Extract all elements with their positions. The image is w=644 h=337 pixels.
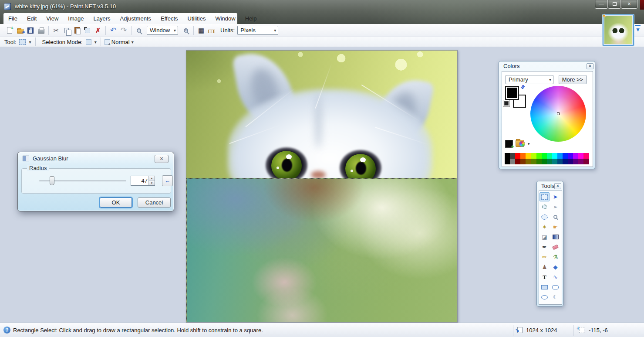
palette-swatch[interactable] (510, 159, 515, 164)
zoom-in-button[interactable]: + (181, 25, 191, 36)
rectangle-select-icon[interactable] (19, 39, 26, 45)
palette-swatch[interactable] (568, 159, 573, 164)
palette-swatch[interactable] (578, 159, 583, 164)
palette-swatch[interactable] (557, 159, 563, 164)
radius-value-input[interactable]: 47 ▲ ▼ (131, 176, 155, 186)
reset-default-colors-icon[interactable] (503, 100, 510, 107)
palette-swatch[interactable] (583, 153, 589, 159)
spin-up-button[interactable]: ▲ (149, 176, 155, 180)
minimize-button[interactable]: — (595, 0, 608, 9)
maximize-button[interactable] (608, 0, 621, 9)
redo-button[interactable]: ↷ (118, 25, 129, 36)
tool-line-curve[interactable]: ∿ (550, 272, 560, 282)
palette-swatch[interactable] (583, 159, 589, 164)
menu-effects[interactable]: Effects (156, 13, 183, 24)
palette-swatch[interactable] (578, 153, 583, 159)
blur-preview-selection[interactable] (186, 178, 458, 323)
palette-swatch[interactable] (552, 153, 557, 159)
undo-button[interactable]: ↶ (108, 25, 118, 36)
palette-manager-icon[interactable] (516, 140, 524, 147)
ruler-toggle-button[interactable] (206, 25, 217, 36)
palette-swatch[interactable] (536, 159, 542, 164)
tool-rounded-rectangle[interactable] (550, 283, 560, 292)
chevron-down-icon[interactable]: ▾ (94, 40, 97, 44)
palette-swatch[interactable] (531, 153, 536, 159)
tool-recolor[interactable]: ◆ (550, 262, 560, 272)
menu-image[interactable]: Image (63, 13, 88, 24)
zoom-out-button[interactable]: – (134, 25, 144, 36)
copy-button[interactable] (61, 25, 72, 36)
zoom-mode-dropdown[interactable]: Window▾ (147, 26, 178, 35)
menu-utilities[interactable]: Utilities (183, 13, 211, 24)
menu-adjustments[interactable]: Adjustments (115, 13, 156, 24)
units-dropdown[interactable]: Pixels▾ (237, 26, 278, 35)
palette-swatch[interactable] (510, 153, 515, 159)
ok-button[interactable]: OK (100, 197, 132, 208)
palette-swatch[interactable] (520, 159, 526, 164)
chevron-down-icon[interactable]: ▾ (131, 40, 134, 44)
tool-pencil[interactable]: ✏ (539, 252, 550, 262)
new-button[interactable]: + (4, 25, 15, 36)
open-image-thumbnail[interactable]: ✶ (603, 14, 634, 46)
crop-button[interactable] (82, 25, 93, 36)
menu-help[interactable]: Help (240, 13, 262, 24)
tool-paint-bucket[interactable]: ◪ (539, 232, 550, 242)
tool-pan[interactable]: ☛ (550, 222, 560, 231)
palette-swatch[interactable] (505, 153, 510, 159)
add-color-to-palette-button[interactable] (505, 140, 513, 148)
gaussian-blur-dialog[interactable]: Gaussian Blur × Radius 47 ▲ ▼ ← OK Cance… (17, 152, 174, 211)
tool-move-selection[interactable]: ➢ (550, 202, 560, 211)
color-mode-dropdown[interactable]: Primary▾ (506, 75, 553, 84)
palette-swatch[interactable] (526, 153, 531, 159)
tool-magic-wand[interactable]: ✶ (539, 222, 550, 231)
cut-button[interactable]: ✂ (51, 25, 61, 36)
palette-swatch[interactable] (552, 159, 557, 164)
menu-edit[interactable]: Edit (22, 13, 41, 24)
chevron-down-icon[interactable]: ▾ (29, 40, 31, 44)
palette-swatch[interactable] (563, 159, 568, 164)
tool-rectangle-shape[interactable] (539, 283, 550, 292)
palette-swatch[interactable] (547, 153, 552, 159)
dialog-close-button[interactable]: × (155, 155, 169, 163)
spin-down-button[interactable]: ▼ (149, 180, 155, 185)
tool-freeform-shape[interactable]: ☾ (550, 293, 560, 302)
tool-text[interactable]: T (539, 272, 550, 282)
primary-color-swatch[interactable] (505, 86, 519, 100)
tool-lasso-select[interactable] (539, 202, 550, 211)
palette-swatch[interactable] (505, 159, 510, 164)
palette-swatch[interactable] (520, 153, 526, 159)
menu-window[interactable]: Window (210, 13, 240, 24)
tools-panel[interactable]: Tools × ➤ ➢ ✶ ☛ ◪ ✒ ✏ ⚗ ♟ ◆ T ∿ ☾ (536, 181, 563, 306)
grid-toggle-button[interactable]: ▦ (196, 25, 206, 36)
palette-swatch[interactable] (536, 153, 542, 159)
palette-swatch[interactable] (563, 153, 568, 159)
palette-swatch[interactable] (526, 159, 531, 164)
tool-clone-stamp[interactable]: ♟ (539, 262, 550, 272)
selection-mode-icon[interactable] (86, 39, 91, 45)
canvas[interactable] (186, 50, 458, 323)
deselect-button[interactable]: ✗ (93, 25, 103, 36)
colors-panel-close-button[interactable]: × (587, 63, 593, 69)
tool-gradient[interactable] (550, 232, 560, 242)
tool-paintbrush[interactable]: ✒ (539, 242, 550, 252)
blend-mode-value[interactable]: Normal (111, 39, 130, 45)
palette-swatch[interactable] (531, 159, 536, 164)
palette-swatch[interactable] (573, 159, 578, 164)
reset-button[interactable]: ← (162, 175, 173, 186)
tool-zoom[interactable] (550, 212, 560, 221)
colors-panel[interactable]: Colors × Primary▾ More >> ⇄ ▾ (499, 61, 595, 169)
paste-button[interactable] (72, 25, 82, 36)
menu-file[interactable]: File (3, 13, 22, 24)
palette-menu-arrow[interactable]: ▾ (528, 142, 530, 146)
close-button[interactable]: × (621, 0, 637, 9)
tools-panel-close-button[interactable]: × (554, 183, 561, 189)
image-list-overflow-button[interactable]: ▾ (634, 24, 641, 33)
palette-swatch[interactable] (542, 159, 547, 164)
tool-rectangle-select[interactable] (539, 192, 550, 201)
palette-swatch[interactable] (568, 153, 573, 159)
cancel-button[interactable]: Cancel (138, 197, 171, 208)
menu-layers[interactable]: Layers (88, 13, 115, 24)
radius-slider-thumb[interactable] (50, 176, 54, 185)
print-button[interactable] (36, 25, 46, 36)
more-button[interactable]: More >> (559, 75, 587, 84)
